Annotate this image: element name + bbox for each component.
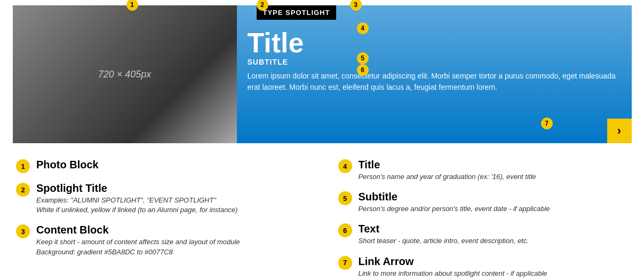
- labels-section: 1 Photo Block 2 Spotlight Title Examples…: [11, 158, 633, 280]
- badge-3-diagram: 3: [350, 0, 362, 11]
- label-6-content: Text Short teaser - quote, article intro…: [359, 222, 529, 246]
- label-2-content: Spotlight Title Examples: "ALUMNI SPOTLI…: [36, 182, 237, 215]
- label-4-desc: Person's name and year of graduation (ex…: [359, 172, 536, 182]
- label-2-desc: Examples: "ALUMNI SPOTLIGHT", "EVENT SPO…: [36, 196, 237, 215]
- label-5-desc: Person's degree and/or person's title, e…: [359, 204, 550, 214]
- label-7-title: Link Arrow: [359, 255, 547, 268]
- photo-block-dimensions: 720 × 405px: [98, 69, 152, 80]
- badge-6-label: 6: [338, 223, 352, 237]
- label-3-desc: Keep it short - amount of content affect…: [36, 237, 240, 256]
- labels-left: 1 Photo Block 2 Spotlight Title Examples…: [16, 158, 306, 280]
- label-1-content: Photo Block: [36, 158, 99, 171]
- label-item-3: 3 Content Block Keep it short - amount o…: [16, 223, 306, 256]
- label-7-desc: Link to more information about spotlight…: [359, 269, 547, 278]
- label-3-title: Content Block: [36, 223, 240, 236]
- badge-6-diagram: 6: [357, 64, 369, 76]
- badge-2-diagram: 2: [257, 0, 268, 11]
- badge-7-label: 7: [338, 256, 352, 270]
- content-body: Lorem ipsum dolor sit amet, consectetur …: [248, 71, 622, 137]
- badge-1-label: 1: [16, 159, 30, 173]
- labels-right: 4 Title Person's name and year of gradua…: [338, 158, 629, 280]
- label-3-content: Content Block Keep it short - amount of …: [36, 223, 240, 256]
- label-6-desc: Short teaser - quote, article intro, eve…: [359, 236, 529, 246]
- label-item-7: 7 Link Arrow Link to more information ab…: [338, 255, 629, 278]
- badge-7-diagram: 7: [541, 118, 553, 129]
- label-6-title: Text: [359, 222, 529, 235]
- type-spotlight-bar: TYPE SPOTLIGHT: [257, 5, 337, 20]
- photo-block: 720 × 405px: [13, 5, 237, 143]
- link-arrow-icon: ›: [617, 124, 621, 138]
- label-1-title: Photo Block: [36, 158, 99, 171]
- diagram-wrapper: 1 2 3 4 5 6 7 720 × 405px TYPE SPOTLIGHT…: [13, 5, 632, 143]
- badge-3-label: 3: [16, 224, 30, 238]
- label-item-5: 5 Subtitle Person's degree and/or person…: [338, 190, 629, 214]
- label-5-title: Subtitle: [359, 190, 550, 203]
- link-arrow-box[interactable]: ›: [607, 119, 632, 143]
- content-title: Title: [248, 29, 622, 57]
- label-item-1: 1 Photo Block: [16, 158, 306, 173]
- label-5-content: Subtitle Person's degree and/or person's…: [359, 190, 550, 214]
- badge-1-diagram: 1: [126, 0, 138, 11]
- badge-4-label: 4: [338, 159, 352, 173]
- label-4-title: Title: [359, 158, 536, 171]
- label-7-content: Link Arrow Link to more information abou…: [359, 255, 547, 278]
- label-item-2: 2 Spotlight Title Examples: "ALUMNI SPOT…: [16, 182, 306, 215]
- diagram-container: 720 × 405px TYPE SPOTLIGHT Title SUBTITL…: [13, 5, 632, 143]
- label-2-title: Spotlight Title: [36, 182, 237, 195]
- content-block: Title SUBTITLE Lorem ipsum dolor sit ame…: [237, 5, 632, 143]
- badge-4-diagram: 4: [357, 22, 369, 34]
- badge-5-diagram: 5: [357, 52, 369, 64]
- badge-5-label: 5: [338, 191, 352, 205]
- content-subtitle: SUBTITLE: [248, 58, 622, 66]
- label-item-6: 6 Text Short teaser - quote, article int…: [338, 222, 629, 246]
- badge-2-label: 2: [16, 183, 30, 197]
- label-item-4: 4 Title Person's name and year of gradua…: [338, 158, 629, 182]
- label-4-content: Title Person's name and year of graduati…: [359, 158, 536, 182]
